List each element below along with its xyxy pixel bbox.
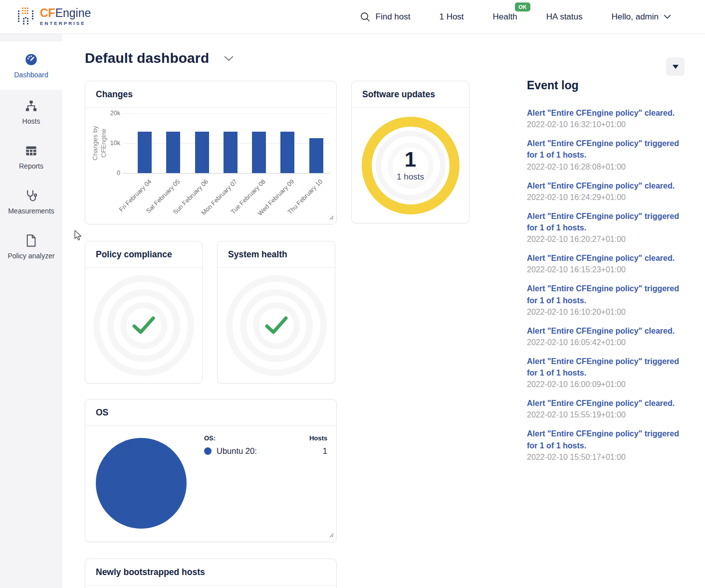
dashboard-selector-chevron-icon[interactable] [224, 56, 234, 61]
software-updates-count: 1 [397, 149, 424, 171]
os-resize-handle[interactable] [328, 531, 334, 540]
y-axis-tick-label: 20k [99, 110, 120, 117]
main-content: Default dashboard Changes Changes byCFEn… [62, 34, 705, 588]
ring-decoration [240, 289, 313, 362]
event-log-entry: Alert "Entire CFEngine policy" triggered… [527, 356, 685, 389]
chevron-down-icon [664, 14, 671, 19]
changes-panel: Changes Changes byCFEngine 20k10k0Fri Fe… [85, 81, 337, 224]
sidebar-item-policy-analyzer[interactable]: Policy analyzer [0, 224, 62, 269]
brand-subtitle: ENTERPRISE [40, 21, 91, 26]
host-count-link[interactable]: 1 Host [439, 12, 464, 22]
changes-bar [224, 132, 237, 173]
event-log-entry-link[interactable]: Alert "Entire CFEngine policy" triggered… [527, 210, 685, 233]
event-log-entry: Alert "Entire CFEngine policy" cleared.2… [527, 325, 685, 347]
changes-bar [252, 132, 266, 173]
ring-decoration [107, 289, 180, 362]
software-updates-ring[interactable]: 1 1 hosts [362, 117, 460, 214]
gridline [123, 113, 330, 114]
event-log-entry-link[interactable]: Alert "Entire CFEngine policy" cleared. [527, 180, 685, 192]
event-log-timestamp: 2022-02-10 16:10:20+01:00 [527, 308, 685, 317]
sidebar-item-label: Hosts [22, 117, 40, 125]
top-header: CFEngine ENTERPRISE Find host 1 Host Hea… [0, 0, 705, 34]
user-menu[interactable]: Hello, admin [612, 12, 672, 22]
search-icon [360, 11, 371, 22]
os-legend-value: 1 [323, 446, 327, 456]
event-log-timestamp: 2022-02-10 16:00:09+01:00 [527, 380, 685, 389]
event-log-timestamp: 2022-02-10 16:15:23+01:00 [527, 265, 685, 274]
sidebar-item-label: Policy analyzer [7, 252, 54, 260]
stethoscope-icon [24, 189, 38, 202]
check-ok-icon [264, 316, 288, 335]
event-log-entry-link[interactable]: Alert "Entire CFEngine policy" triggered… [527, 428, 685, 451]
os-legend: OS: Hosts Ubuntu 20:1 [204, 434, 327, 456]
caret-down-icon [673, 65, 679, 69]
x-axis-line [123, 173, 330, 174]
y-axis-tick-label: 10k [99, 140, 120, 147]
changes-bar-chart: Changes byCFEngine 20k10k0Fri February 0… [85, 108, 336, 224]
event-log-entry: Alert "Entire CFEngine policy" cleared.2… [527, 180, 685, 202]
header-nav: Find host 1 Host Health OK HA status Hel… [360, 11, 671, 22]
event-log-entry: Alert "Entire CFEngine policy" triggered… [527, 428, 685, 461]
event-log-timestamp: 2022-02-10 15:55:19+01:00 [527, 410, 685, 419]
event-log-entry-link[interactable]: Alert "Entire CFEngine policy" cleared. [527, 325, 685, 337]
sidebar-item-label: Reports [19, 162, 43, 170]
os-hosts-header: Hosts [309, 434, 327, 442]
event-log-entry-link[interactable]: Alert "Entire CFEngine policy" triggered… [527, 138, 685, 161]
event-log-entry: Alert "Entire CFEngine policy" triggered… [527, 210, 685, 244]
software-updates-panel: Software updates 1 1 hosts [351, 81, 470, 223]
event-log-entry: Alert "Entire CFEngine policy" cleared.2… [527, 252, 685, 274]
sidebar-item-hosts[interactable]: Hosts [0, 90, 62, 135]
y-axis-tick-label: 0 [99, 170, 120, 177]
sidebar-item-measurements[interactable]: Measurements [0, 180, 62, 224]
policy-compliance-panel-title: Policy compliance [85, 241, 202, 268]
event-log-entry: Alert "Entire CFEngine policy" cleared.2… [527, 397, 685, 419]
changes-resize-handle[interactable] [328, 213, 334, 222]
event-log-entry-link[interactable]: Alert "Entire CFEngine policy" cleared. [527, 107, 685, 119]
ring-decoration [120, 302, 167, 349]
event-log-entry-link[interactable]: Alert "Entire CFEngine policy" triggered… [527, 356, 685, 379]
event-log-timestamp: 2022-02-10 16:28:08+01:00 [527, 163, 685, 172]
changes-bar [280, 132, 294, 173]
policy-compliance-panel: Policy compliance [85, 241, 203, 384]
health-link[interactable]: Health OK [493, 12, 517, 22]
sidebar-item-label: Measurements [8, 207, 54, 215]
sidebar-item-label: Dashboard [14, 71, 48, 79]
sidebar-item-dashboard[interactable]: Dashboard [0, 41, 62, 90]
legend-dot-icon [204, 447, 212, 455]
newly-bootstrapped-panel: Newly bootstrapped hosts [85, 559, 337, 588]
event-log-entry-link[interactable]: Alert "Entire CFEngine policy" cleared. [527, 397, 685, 409]
system-health-panel: System health [217, 241, 335, 384]
event-log-title: Event log [527, 79, 685, 92]
ring-decoration [253, 302, 300, 349]
changes-bar [309, 138, 323, 173]
ring-decoration [226, 275, 327, 376]
event-log-entry: Alert "Entire CFEngine policy" triggered… [527, 138, 685, 171]
ha-status-link[interactable]: HA status [546, 12, 583, 22]
event-log-entry-link[interactable]: Alert "Entire CFEngine policy" cleared. [527, 252, 685, 264]
gauge-icon [24, 53, 38, 66]
event-log-entry-link[interactable]: Alert "Entire CFEngine policy" triggered… [527, 283, 685, 306]
os-panel: OS OS: Hosts Ubuntu 20:1 [85, 399, 337, 542]
event-log-timestamp: 2022-02-10 16:24:29+01:00 [527, 193, 685, 202]
event-log-timestamp: 2022-02-10 16:32:10+01:00 [527, 120, 685, 129]
cfengine-logo[interactable]: CFEngine ENTERPRISE [18, 7, 91, 26]
page-title: Default dashboard [85, 50, 209, 66]
table-icon [24, 144, 38, 158]
changes-panel-title: Changes [85, 81, 336, 108]
event-log-collapse-button[interactable] [666, 57, 685, 76]
sidebar-item-reports[interactable]: Reports [0, 135, 62, 180]
find-host-label: Find host [376, 12, 411, 22]
event-log-entry: Alert "Entire CFEngine policy" cleared.2… [527, 107, 685, 129]
network-icon [24, 99, 38, 113]
os-legend-row: Ubuntu 20:1 [204, 446, 327, 456]
event-log: Event log Alert "Entire CFEngine policy"… [527, 79, 685, 470]
find-host-button[interactable]: Find host [360, 11, 411, 22]
software-updates-hosts-label: 1 hosts [397, 172, 424, 182]
os-pie-chart [96, 438, 187, 529]
os-legend-label: Ubuntu 20: [217, 446, 257, 456]
changes-bar [138, 132, 152, 173]
sidebar-nav: DashboardHostsReportsMeasurementsPolicy … [0, 34, 62, 588]
check-ok-icon [132, 316, 156, 335]
brand-name: CFEngine [40, 7, 91, 19]
health-ok-badge: OK [515, 2, 530, 11]
